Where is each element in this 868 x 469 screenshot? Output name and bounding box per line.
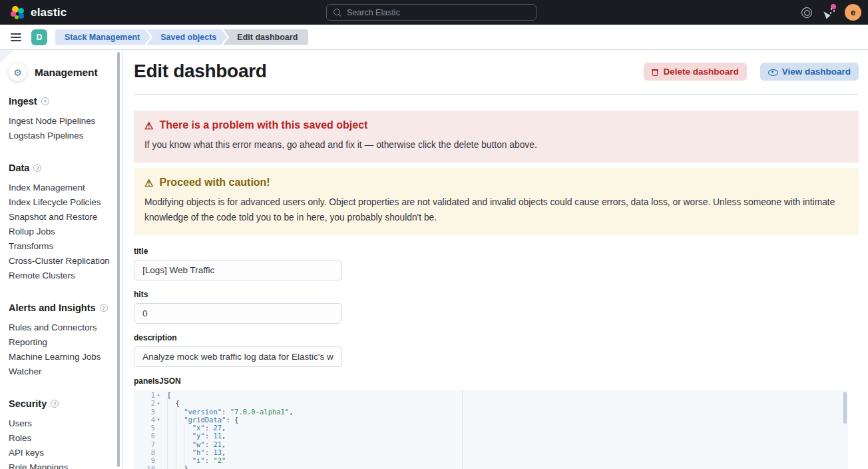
breadcrumb-stack-management[interactable]: Stack Management <box>55 29 150 45</box>
search-icon <box>333 9 341 17</box>
corner-notch <box>0 50 13 63</box>
info-icon[interactable]: ? <box>33 164 41 172</box>
info-icon[interactable]: ? <box>100 304 108 312</box>
alert-icon: ⚠ <box>144 121 153 131</box>
editor-line-9: 9▾"i": "2" <box>134 456 848 464</box>
trash-icon <box>652 68 658 76</box>
menu-icon[interactable] <box>6 27 26 47</box>
breadcrumb-edit-dashboard: Edit dashboard <box>223 29 308 45</box>
breadcrumb: Stack ManagementSaved objectsEdit dashbo… <box>55 29 308 45</box>
field-input-title[interactable] <box>134 260 342 280</box>
elastic-logo[interactable]: elastic <box>11 5 67 20</box>
field-input-hits[interactable] <box>134 303 342 324</box>
breadcrumb-bar: D Stack ManagementSaved objectsEdit dash… <box>0 25 868 50</box>
sidebar-title: Management <box>35 67 98 79</box>
sidebar-item-roles[interactable]: Roles <box>9 430 112 445</box>
editor-scrollbar[interactable] <box>843 392 847 424</box>
sidebar-item-watcher[interactable]: Watcher <box>9 364 112 378</box>
editor-line-1: 1▾[ <box>134 391 848 399</box>
sidebar-item-machine-learning-jobs[interactable]: Machine Learning Jobs <box>9 349 112 364</box>
editor-line-4: 4▾"gridData": { <box>134 416 848 424</box>
sidebar-item-ingest-node-pipelines[interactable]: Ingest Node Pipelines <box>9 113 112 128</box>
sidebar-item-remote-clusters[interactable]: Remote Clusters <box>9 268 112 282</box>
brand-name: elastic <box>31 6 67 19</box>
sidebar-item-api-keys[interactable]: API keys <box>9 445 112 460</box>
alert-icon: ⚠ <box>144 178 153 188</box>
header-divider <box>134 94 859 95</box>
warning-callout-body: Modifying objects is for advanced users … <box>144 195 848 225</box>
section-title-data: Data? <box>9 163 112 173</box>
field-label-title: title <box>134 246 859 256</box>
sidebar-section-data: Data?Index ManagementIndex Lifecycle Pol… <box>9 163 112 282</box>
sidebar-item-reporting[interactable]: Reporting <box>9 334 112 349</box>
error-callout: ⚠ There is a problem with this saved obj… <box>134 111 859 163</box>
fold-toggle-icon[interactable]: ▾ <box>155 400 162 406</box>
editor-line-8: 8▾"h": 13, <box>134 448 848 456</box>
sidebar-item-logstash-pipelines[interactable]: Logstash Pipelines <box>9 128 112 143</box>
sidebar-item-index-lifecycle-policies[interactable]: Index Lifecycle Policies <box>9 195 112 209</box>
elastic-logo-icon <box>11 5 25 20</box>
warning-callout-title: Proceed with caution! <box>159 177 270 189</box>
breadcrumb-saved-objects[interactable]: Saved objects <box>146 29 227 45</box>
sidebar-item-users[interactable]: Users <box>9 416 112 430</box>
notification-dot <box>831 4 836 9</box>
editor-line-5: 5▾"x": 27, <box>134 424 848 432</box>
user-avatar[interactable]: e <box>845 4 861 21</box>
section-title-alerts-and-insights: Alerts and Insights? <box>9 302 112 313</box>
sidebar-item-role-mappings[interactable]: Role Mappings <box>9 460 112 469</box>
editor-line-10: 10▾}, <box>134 464 848 469</box>
app-badge[interactable]: D <box>31 29 47 45</box>
gear-icon: ⚙ <box>9 63 27 81</box>
sidebar-section-security: Security?UsersRolesAPI keysRole Mappings <box>9 398 112 469</box>
panels-json-editor[interactable]: 1▾[2▾{3▾"version": "7.0.0-alpha1",4▾"gri… <box>134 390 848 469</box>
warning-callout: ⚠ Proceed with caution! Modifying object… <box>134 168 859 235</box>
field-label-panelsJSON: panelsJSON <box>134 376 859 386</box>
section-title-ingest: Ingest? <box>9 96 112 107</box>
field-description: description <box>134 333 859 367</box>
delete-dashboard-button[interactable]: Delete dashboard <box>644 63 746 81</box>
sidebar-item-cross-cluster-replication[interactable]: Cross-Cluster Replication <box>9 253 112 268</box>
sidebar-item-rollup-jobs[interactable]: Rollup Jobs <box>9 224 112 238</box>
editor-line-6: 6▾"y": 11, <box>134 432 848 440</box>
field-title: title <box>134 246 859 280</box>
help-icon[interactable] <box>801 7 812 18</box>
global-search-bar[interactable] <box>326 4 537 21</box>
section-title-security: Security? <box>9 398 112 409</box>
eye-icon <box>768 68 777 76</box>
top-header-bar: elastic e <box>0 0 868 25</box>
sidebar-section-ingest: Ingest?Ingest Node PipelinesLogstash Pip… <box>9 96 112 143</box>
page-title: Edit dashboard <box>134 60 267 83</box>
field-hits: hits <box>134 290 859 324</box>
editor-line-3: 3▾"version": "7.0.0-alpha1", <box>134 408 848 416</box>
error-callout-title: There is a problem with this saved objec… <box>159 119 367 131</box>
error-callout-body: If you know what this error means, go ah… <box>144 137 848 153</box>
newsfeed-icon[interactable] <box>823 7 834 18</box>
sidebar-header: ⚙ Management <box>9 63 112 81</box>
management-sidebar: ⚙ Management Ingest?Ingest Node Pipeline… <box>0 50 122 469</box>
print-margin-line <box>462 390 463 469</box>
view-dashboard-button[interactable]: View dashboard <box>760 63 859 81</box>
sidebar-item-rules-and-connectors[interactable]: Rules and Connectors <box>9 320 112 334</box>
fold-toggle-icon[interactable]: ▾ <box>155 392 162 398</box>
field-label-hits: hits <box>134 290 859 299</box>
sidebar-item-snapshot-and-restore[interactable]: Snapshot and Restore <box>9 209 112 224</box>
search-input[interactable] <box>347 8 513 17</box>
sidebar-item-index-management[interactable]: Index Management <box>9 180 112 195</box>
sidebar-scrollbar[interactable] <box>117 52 120 467</box>
sidebar-item-transforms[interactable]: Transforms <box>9 238 112 253</box>
editor-line-7: 7▾"w": 21, <box>134 440 848 448</box>
field-input-description[interactable] <box>134 346 342 367</box>
info-icon[interactable]: ? <box>41 97 49 105</box>
fold-toggle-icon[interactable]: ▾ <box>155 416 162 422</box>
field-label-description: description <box>134 333 859 342</box>
sidebar-section-alerts-and-insights: Alerts and Insights?Rules and Connectors… <box>9 302 112 378</box>
info-icon[interactable]: ? <box>51 400 59 408</box>
editor-line-2: 2▾{ <box>134 399 848 407</box>
main-content: Edit dashboard Delete dashboard View das… <box>122 50 868 469</box>
